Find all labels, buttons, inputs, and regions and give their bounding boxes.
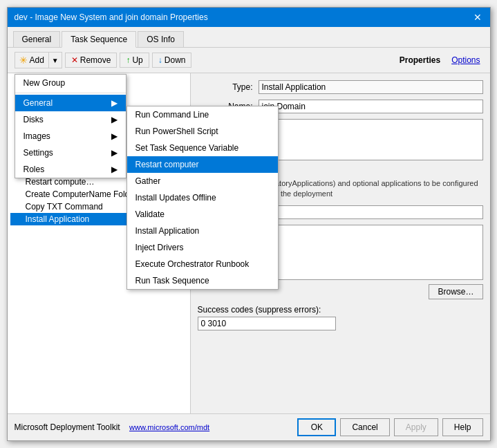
dialog-buttons: OK Cancel Apply Help [297,418,482,436]
submenu-arrow-settings: ▶ [111,148,118,158]
menu-settings[interactable]: Settings ▶ [15,144,126,161]
toolbar: ✳ Add ▼ ✕ Remove ↑ Up ↓ Down Properties … [8,48,490,73]
type-label: Type: [198,82,253,92]
tabs-bar: General Task Sequence OS Info [8,27,490,48]
cancel-button[interactable]: Cancel [340,418,389,436]
submenu-set-var[interactable]: Set Task Sequence Variable [127,140,278,156]
tab-task-sequence[interactable]: Task Sequence [62,31,136,48]
name-input[interactable] [259,100,483,113]
footer-brand-area: Microsoft Deployment Toolkit www.microso… [15,422,210,432]
apply-button[interactable]: Apply [394,418,438,436]
submenu-install-app[interactable]: Install Application [127,223,278,239]
submenu-arrow-general: ▶ [111,98,118,108]
dialog-window: dev - Image New System and join domain P… [7,7,491,441]
submenu-validate[interactable]: Validate [127,206,278,223]
tab-general[interactable]: General [13,31,61,47]
desc-input[interactable] [259,119,483,160]
menu-new-group[interactable]: New Group [15,75,126,91]
up-icon: ↑ [126,55,130,65]
main-content: ✳ Add ▼ ✕ Remove ↑ Up ↓ Down Properties … [8,48,490,413]
submenu-run-cmd[interactable]: Run Command Line [127,106,278,123]
close-button[interactable]: ✕ [472,12,483,23]
context-menu-container: New Group General ▶ Disks ▶ Images ▶ Set… [15,74,126,178]
ok-button[interactable]: OK [297,418,336,436]
submenu-exec-orchestrator[interactable]: Execute Orchestrator Runbook [127,256,278,272]
submenu-run-ps[interactable]: Run PowerShell Script [127,123,278,140]
tab-os-info[interactable]: OS Info [138,31,184,47]
remove-button[interactable]: ✕ Remove [65,53,118,68]
footer-brand-text: Microsoft Deployment Toolkit [15,422,120,432]
add-btn-group: ✳ Add ▼ [15,52,62,68]
submenu-restart[interactable]: Restart computer [127,156,278,173]
submenu-install-updates[interactable]: Install Updates Offline [127,189,278,206]
tab-options[interactable]: Options [449,54,482,66]
submenu-arrow-roles: ▶ [111,165,118,174]
install-input[interactable] [259,205,483,219]
up-button[interactable]: ↑ Up [120,53,149,68]
general-submenu: Run Command Line Run PowerShell Script S… [126,106,279,290]
add-label: Add [30,55,44,65]
down-label: Down [165,55,186,65]
submenu-run-ts[interactable]: Run Task Sequence [127,272,278,289]
add-button[interactable]: ✳ Add [15,52,48,68]
submenu-inject-drivers[interactable]: Inject Drivers [127,239,278,256]
tab-properties[interactable]: Properties [397,54,443,66]
remove-label: Remove [80,55,111,65]
remove-icon: ✕ [71,55,78,65]
down-icon: ↓ [158,55,162,65]
help-button[interactable]: Help [442,418,483,436]
title-text: dev - Image New System and join domain P… [15,12,208,22]
prop-options-tabs: Properties Options [397,54,483,66]
success-label: Success codes (suppress errors): [198,305,483,315]
type-row: Type: [198,80,483,94]
add-dropdown-menu: New Group General ▶ Disks ▶ Images ▶ Set… [15,74,126,178]
success-input[interactable] [198,317,336,330]
menu-images[interactable]: Images ▶ [15,128,126,144]
submenu-arrow-disks: ▶ [111,115,118,124]
footer-bar: Microsoft Deployment Toolkit www.microso… [8,413,490,440]
title-bar: dev - Image New System and join domain P… [8,8,490,27]
submenu-arrow-images: ▶ [111,131,118,141]
menu-disks[interactable]: Disks ▶ [15,111,126,128]
browse-button[interactable]: Browse… [429,284,482,299]
add-star-icon: ✳ [19,55,28,66]
up-label: Up [132,55,142,65]
submenu-gather[interactable]: Gather [127,173,278,189]
add-dropdown-arrow[interactable]: ▼ [48,52,62,68]
menu-general[interactable]: General ▶ [15,95,126,111]
menu-roles[interactable]: Roles ▶ [15,161,126,178]
footer-link[interactable]: www.microsoft.com/mdt [129,423,209,431]
down-button[interactable]: ↓ Down [152,53,192,68]
type-input[interactable] [259,80,483,94]
